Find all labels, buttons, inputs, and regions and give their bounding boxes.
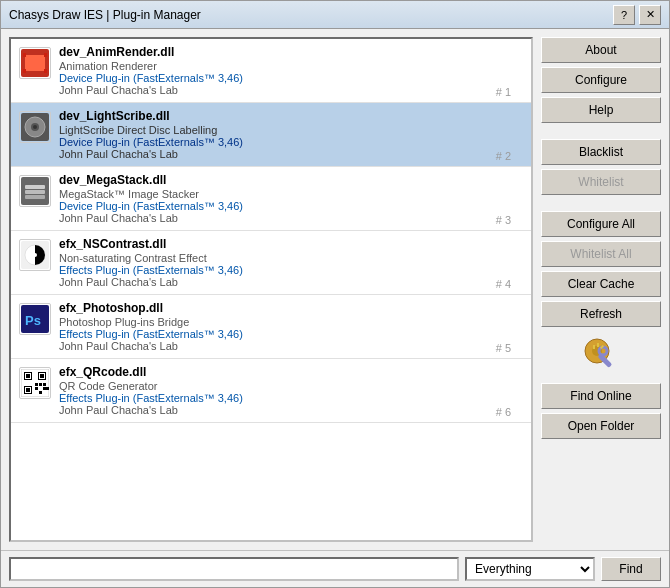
plugin-item[interactable]: efx_NSContrast.dll Non-saturating Contra… — [11, 231, 531, 295]
svg-text:Ps: Ps — [25, 313, 41, 328]
plugin-item[interactable]: dev_MegaStack.dll MegaStack™ Image Stack… — [11, 167, 531, 231]
plugin-type: Effects Plug-in (FastExternals™ 3,46) — [59, 264, 523, 276]
plugin-name: efx_QRcode.dll — [59, 365, 523, 379]
svg-rect-33 — [39, 391, 42, 394]
svg-rect-2 — [23, 53, 26, 57]
svg-rect-12 — [25, 190, 45, 194]
blacklist-button[interactable]: Blacklist — [541, 139, 661, 165]
plugin-info-4: efx_Photoshop.dll Photoshop Plug-ins Bri… — [59, 301, 523, 352]
svg-rect-1 — [25, 55, 45, 71]
plugin-desc: LightScribe Direct Disc Labelling — [59, 124, 523, 136]
window-title: Chasys Draw IES | Plug-in Manager — [9, 8, 201, 22]
plugin-icon-2 — [19, 175, 51, 207]
plugin-type: Device Plug-in (FastExternals™ 3,46) — [59, 200, 523, 212]
configure-all-button[interactable]: Configure All — [541, 211, 661, 237]
filter-select[interactable]: EverythingNameDescriptionTypeAuthor — [465, 557, 595, 581]
plugin-item[interactable]: dev_LightScribe.dll LightScribe Direct D… — [11, 103, 531, 167]
svg-rect-31 — [43, 383, 46, 386]
plugin-info-3: efx_NSContrast.dll Non-saturating Contra… — [59, 237, 523, 288]
refresh-button[interactable]: Refresh — [541, 301, 661, 327]
plugin-author: John Paul Chacha's Lab — [59, 84, 523, 96]
find-button[interactable]: Find — [601, 557, 661, 581]
svg-rect-5 — [44, 69, 47, 73]
help-button-panel[interactable]: Help — [541, 97, 661, 123]
plugin-list-container: dev_AnimRender.dll Animation Renderer De… — [9, 37, 533, 542]
svg-rect-34 — [43, 387, 49, 390]
main-window: Chasys Draw IES | Plug-in Manager ? ✕ de… — [0, 0, 670, 588]
plugin-info-2: dev_MegaStack.dll MegaStack™ Image Stack… — [59, 173, 523, 224]
svg-point-16 — [33, 253, 37, 257]
plugin-desc: MegaStack™ Image Stacker — [59, 188, 523, 200]
svg-rect-4 — [23, 69, 26, 73]
svg-rect-29 — [35, 383, 38, 386]
plugin-icon-1 — [19, 111, 51, 143]
about-button[interactable]: About — [541, 37, 661, 63]
plugin-icon-3 — [19, 239, 51, 271]
plugin-item[interactable]: dev_AnimRender.dll Animation Renderer De… — [11, 39, 531, 103]
svg-rect-13 — [25, 185, 45, 189]
svg-rect-3 — [44, 53, 47, 57]
plugin-icon-4: Ps — [19, 303, 51, 335]
configure-button[interactable]: Configure — [541, 67, 661, 93]
svg-rect-39 — [593, 345, 595, 349]
plugin-info-0: dev_AnimRender.dll Animation Renderer De… — [59, 45, 523, 96]
right-panel: About Configure Help Blacklist Whitelist… — [541, 37, 661, 542]
svg-rect-30 — [39, 383, 42, 386]
plugin-info-5: efx_QRcode.dll QR Code Generator Effects… — [59, 365, 523, 416]
find-online-button[interactable]: Find Online — [541, 383, 661, 409]
title-bar: Chasys Draw IES | Plug-in Manager ? ✕ — [1, 1, 669, 29]
plugin-item[interactable]: efx_QRcode.dll QR Code Generator Effects… — [11, 359, 531, 423]
item-number: # 2 — [496, 150, 511, 162]
svg-rect-22 — [26, 374, 30, 378]
plugin-list[interactable]: dev_AnimRender.dll Animation Renderer De… — [11, 39, 531, 540]
plugin-author: John Paul Chacha's Lab — [59, 404, 523, 416]
plugin-desc: Animation Renderer — [59, 60, 523, 72]
clear-cache-button[interactable]: Clear Cache — [541, 271, 661, 297]
item-number: # 4 — [496, 278, 511, 290]
plugin-icon-5 — [19, 367, 51, 399]
help-button[interactable]: ? — [613, 5, 635, 25]
spacer-2 — [541, 199, 661, 207]
wrench-icon-container — [541, 335, 661, 375]
plugin-icon-0 — [19, 47, 51, 79]
svg-rect-32 — [35, 387, 38, 390]
item-number: # 5 — [496, 342, 511, 354]
plugin-author: John Paul Chacha's Lab — [59, 340, 523, 352]
plugin-type: Effects Plug-in (FastExternals™ 3,46) — [59, 392, 523, 404]
plugin-type: Device Plug-in (FastExternals™ 3,46) — [59, 72, 523, 84]
svg-rect-25 — [40, 374, 44, 378]
svg-rect-11 — [25, 195, 45, 199]
item-number: # 3 — [496, 214, 511, 226]
plugin-author: John Paul Chacha's Lab — [59, 148, 523, 160]
plugin-desc: Photoshop Plug-ins Bridge — [59, 316, 523, 328]
window-controls: ? ✕ — [613, 5, 661, 25]
spacer-1 — [541, 127, 661, 135]
search-input[interactable] — [9, 557, 459, 581]
plugin-author: John Paul Chacha's Lab — [59, 212, 523, 224]
plugin-author: John Paul Chacha's Lab — [59, 276, 523, 288]
plugin-desc: QR Code Generator — [59, 380, 523, 392]
open-folder-button[interactable]: Open Folder — [541, 413, 661, 439]
plugin-name: dev_MegaStack.dll — [59, 173, 523, 187]
plugin-type: Device Plug-in (FastExternals™ 3,46) — [59, 136, 523, 148]
plugin-info-1: dev_LightScribe.dll LightScribe Direct D… — [59, 109, 523, 160]
plugin-type: Effects Plug-in (FastExternals™ 3,46) — [59, 328, 523, 340]
svg-rect-28 — [26, 388, 30, 392]
item-number: # 6 — [496, 406, 511, 418]
content-area: dev_AnimRender.dll Animation Renderer De… — [1, 29, 669, 550]
plugin-desc: Non-saturating Contrast Effect — [59, 252, 523, 264]
bottom-bar: EverythingNameDescriptionTypeAuthor Find — [1, 550, 669, 587]
item-number: # 1 — [496, 86, 511, 98]
plugin-item[interactable]: Ps efx_Photoshop.dll Photoshop Plug-ins … — [11, 295, 531, 359]
plugin-name: efx_Photoshop.dll — [59, 301, 523, 315]
plugin-name: dev_LightScribe.dll — [59, 109, 523, 123]
settings-icon — [583, 337, 619, 373]
close-button[interactable]: ✕ — [639, 5, 661, 25]
plugin-name: efx_NSContrast.dll — [59, 237, 523, 251]
whitelist-all-button[interactable]: Whitelist All — [541, 241, 661, 267]
svg-rect-40 — [597, 343, 599, 347]
svg-point-9 — [33, 125, 37, 129]
plugin-name: dev_AnimRender.dll — [59, 45, 523, 59]
whitelist-button[interactable]: Whitelist — [541, 169, 661, 195]
